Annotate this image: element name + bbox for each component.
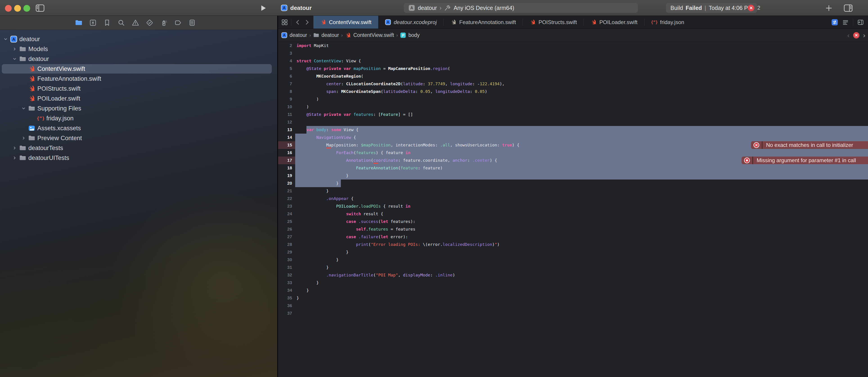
error-banner[interactable]: No exact matches in call to initializer <box>751 141 868 149</box>
toggle-right-sidebar-icon[interactable] <box>843 4 853 12</box>
chevron-right-icon[interactable] <box>12 47 18 51</box>
code-line-25[interactable]: 25 case .success(let features): <box>278 218 868 225</box>
tab-poiloader-swift[interactable]: POILoader.swift <box>584 16 644 29</box>
add-editor-icon[interactable] <box>857 19 864 26</box>
go-forward-icon[interactable] <box>304 19 310 26</box>
code-line-12[interactable]: 12 <box>278 118 868 126</box>
sidebar-item-poiloader-swift[interactable]: POILoader.swift <box>0 94 277 103</box>
chevron-right-icon[interactable] <box>12 146 18 150</box>
code-line-36[interactable]: 36 <box>278 302 868 310</box>
code-line-17[interactable]: 17 Annotation(coordinate: feature.coordi… <box>278 157 868 164</box>
breadcrumb-contentview-swift[interactable]: ContentView.swift <box>345 32 394 38</box>
sidebar-item-deatourtests[interactable]: deatourTests <box>0 143 277 153</box>
code-line-27[interactable]: 27 case .failure(let error): <box>278 233 868 241</box>
debug-icon[interactable] <box>160 19 168 27</box>
related-items-grid-icon[interactable] <box>281 19 288 26</box>
next-issue-icon[interactable]: › <box>863 32 865 39</box>
code-line-13[interactable]: 13 var body: some View { <box>278 126 868 134</box>
issues-icon[interactable] <box>131 19 140 27</box>
code-line-34[interactable]: 34 } <box>278 287 868 294</box>
close-window-button[interactable] <box>5 5 12 12</box>
source-code-editor[interactable]: 2import MapKit34struct ContentView: View… <box>278 42 868 377</box>
error-banner[interactable]: Missing argument for parameter #1 in cal… <box>742 157 868 164</box>
breadcrumb-body[interactable]: Pbody <box>400 32 420 38</box>
tab-deatour-xcodeproj[interactable]: Adeatour.xcodeproj <box>378 16 443 29</box>
code-line-32[interactable]: 32 .navigationBarTitle("POI Map", displa… <box>278 271 868 279</box>
scheme-selector[interactable]: A deatour › Any iOS Device (arm64) <box>404 3 638 13</box>
error-count[interactable]: 2 <box>757 0 760 16</box>
code-line-16[interactable]: 16 ForEach(features) { feature in <box>278 149 868 157</box>
code-line-14[interactable]: 14 NavigationView { <box>278 134 868 141</box>
code-line-21[interactable]: 21 } <box>278 187 868 195</box>
tab-featureannotation-swift[interactable]: FeatureAnnotation.swift <box>444 16 523 29</box>
sidebar-item-contentview-swift[interactable]: ContentView.swift <box>0 64 277 74</box>
sidebar-item-models[interactable]: Models <box>0 44 277 54</box>
code-line-15[interactable]: 15 Map(position: $mapPosition, interacti… <box>278 141 868 149</box>
code-line-9[interactable]: 9 ) <box>278 95 868 103</box>
project-navigator-folder-icon[interactable] <box>75 19 83 27</box>
sidebar-item-preview-content[interactable]: Preview Content <box>0 133 277 143</box>
editor-options-icon[interactable] <box>842 19 849 26</box>
minimize-window-button[interactable] <box>14 5 21 12</box>
library-plus-icon[interactable] <box>824 4 834 12</box>
sidebar-item-friday-json[interactable]: {“}friday.json <box>0 114 277 123</box>
sidebar-item-supporting-files[interactable]: Supporting Files <box>0 103 277 114</box>
zoom-window-button[interactable] <box>23 5 30 12</box>
chevron-down-icon[interactable] <box>3 37 8 41</box>
code-line-33[interactable]: 33 } <box>278 279 868 287</box>
reports-icon[interactable] <box>188 19 196 27</box>
previous-issue-icon[interactable]: ‹ <box>847 32 849 39</box>
code-line-20[interactable]: 20 } <box>278 180 868 187</box>
sidebar-item-featureannotation-swift[interactable]: FeatureAnnotation.swift <box>0 74 277 84</box>
code-line-22[interactable]: 22 .onAppear { <box>278 195 868 202</box>
scheme-destination-label[interactable]: Any iOS Device (arm64) <box>454 5 514 11</box>
toggle-left-sidebar-icon[interactable] <box>35 4 45 12</box>
sidebar-item-assets-xcassets[interactable]: Assets.xcassets <box>0 123 277 133</box>
go-back-icon[interactable] <box>294 19 301 26</box>
code-line-7[interactable]: 7 center: CLLocationCoordinate2D(latitud… <box>278 80 868 88</box>
bookmarks-icon[interactable] <box>103 19 111 27</box>
sidebar-item-deatour[interactable]: deatour <box>0 54 277 64</box>
code-line-10[interactable]: 10 ) <box>278 103 868 111</box>
code-line-8[interactable]: 8 span: MKCoordinateSpan(latitudeDelta: … <box>278 88 868 95</box>
code-line-23[interactable]: 23 POILoader.loadPOIs { result in <box>278 202 868 210</box>
code-line-24[interactable]: 24 switch result { <box>278 210 868 218</box>
tests-icon[interactable] <box>146 19 154 27</box>
sidebar-item-deatour[interactable]: Adeatour <box>0 34 277 44</box>
code-line-29[interactable]: 29 } <box>278 248 868 256</box>
code-line-6[interactable]: 6 MKCoordinateRegion( <box>278 72 868 80</box>
code-line-37[interactable]: 37 <box>278 310 868 317</box>
tab-poistructs-swift[interactable]: POIStructs.swift <box>523 16 584 29</box>
code-line-3[interactable]: 3 <box>278 50 868 57</box>
code-line-5[interactable]: 5 @State private var mapPosition = MapCa… <box>278 65 868 72</box>
source-control-icon[interactable] <box>89 19 97 27</box>
tab-friday-json[interactable]: {“}friday.json <box>645 16 691 29</box>
code-line-18[interactable]: 18 FeatureAnnotation(feature: feature) <box>278 164 868 172</box>
code-review-icon[interactable] <box>831 19 838 26</box>
code-line-35[interactable]: 35} <box>278 294 868 302</box>
code-line-26[interactable]: 26 self.features = features <box>278 225 868 233</box>
code-line-2[interactable]: 2import MapKit <box>278 42 868 50</box>
breadcrumb-deatour[interactable]: deatour <box>313 32 339 38</box>
code-line-31[interactable]: 31 } <box>278 263 868 271</box>
code-line-4[interactable]: 4struct ContentView: View { <box>278 57 868 65</box>
sidebar-item-deatouruitests[interactable]: deatourUITests <box>0 153 277 163</box>
chevron-right-icon[interactable] <box>12 156 18 160</box>
chevron-right-icon[interactable] <box>21 136 27 140</box>
search-icon[interactable] <box>117 19 125 27</box>
code-line-30[interactable]: 30 } <box>278 256 868 263</box>
code-line-28[interactable]: 28 print("Error loading POIs: \(error.lo… <box>278 241 868 248</box>
error-badge-icon[interactable]: ✕ <box>748 5 754 11</box>
tab-contentview-swift[interactable]: ContentView.swift <box>313 16 378 29</box>
code-line-11[interactable]: 11 @State private var features: [Feature… <box>278 111 868 118</box>
code-line-19[interactable]: 19 } <box>278 172 868 180</box>
activity-status[interactable]: Build Failed | Today at 4:06 PM <box>666 3 757 13</box>
issue-error-badge-icon[interactable]: ✕ <box>853 32 860 38</box>
chevron-down-icon[interactable] <box>12 57 18 61</box>
scheme-project-label[interactable]: deatour <box>418 5 437 11</box>
chevron-down-icon[interactable] <box>21 106 27 111</box>
breadcrumb-deatour[interactable]: Adeatour <box>281 32 307 38</box>
breakpoints-icon[interactable] <box>174 19 182 27</box>
run-button[interactable] <box>258 4 268 12</box>
sidebar-item-poistructs-swift[interactable]: POIStructs.swift <box>0 84 277 94</box>
